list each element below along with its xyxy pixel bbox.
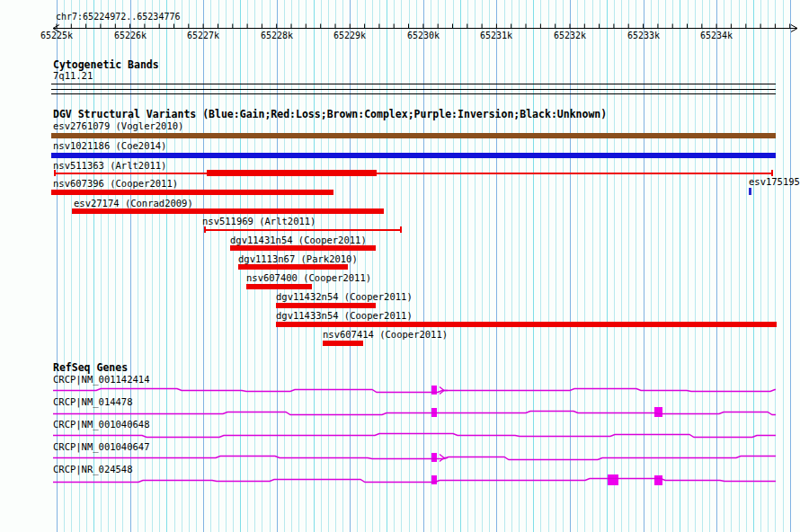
variant-label[interactable]: esv2761079 (Vogler2010) [53, 121, 183, 131]
exon-box[interactable] [431, 408, 437, 417]
dgv-variants-title: DGV Structural Variants (Blue:Gain;Red:L… [53, 109, 607, 120]
exon-box[interactable] [431, 475, 437, 484]
variant-label[interactable]: dgv11433n54 (Cooper2011) [276, 311, 413, 321]
variant-label[interactable]: dgv11432n54 (Cooper2011) [276, 292, 413, 302]
grid-line-minor [226, 0, 227, 532]
grid-line-minor [445, 0, 446, 532]
variant-tick[interactable] [749, 188, 751, 195]
grid-line-major [570, 0, 571, 532]
grid-line-minor [159, 0, 160, 532]
genome-browser-view: chr7:65224972..65234776 65225k65226k6522… [0, 0, 800, 532]
grid-line-minor [556, 0, 556, 532]
grid-line-minor [709, 0, 710, 532]
variant-bar[interactable] [72, 208, 384, 214]
grid-line-minor [600, 0, 600, 532]
grid-line-minor [233, 0, 234, 532]
variant-label[interactable]: nsv1021186 (Coe2014) [53, 141, 166, 151]
grid-line-minor [504, 0, 505, 532]
variant-label[interactable]: esv27174 (Conrad2009) [74, 199, 193, 208]
grid-line-mid [387, 0, 387, 532]
gene-label[interactable]: CRCP|NM_014478 [53, 397, 133, 407]
gene-label[interactable]: CRCP|NR_024548 [53, 465, 133, 474]
variant-label[interactable]: esv1751958 [749, 177, 800, 187]
grid-line-minor [548, 0, 549, 532]
variant-bar[interactable] [246, 284, 312, 289]
grid-line-mid [460, 0, 461, 532]
ruler-label: 65230k [407, 31, 440, 40]
grid-line-minor [357, 0, 358, 532]
variant-label[interactable]: nsv607414 (Cooper2011) [323, 330, 448, 340]
variant-bar[interactable] [238, 264, 348, 270]
variant-label[interactable]: dgv11431n54 (Cooper2011) [230, 235, 367, 245]
grid-line-minor [101, 0, 102, 532]
variant-label[interactable]: nsv511363 (Arlt2011) [53, 161, 166, 171]
grid-line-minor [365, 0, 366, 532]
exon-box[interactable] [431, 453, 437, 462]
grid-line-minor [695, 0, 696, 532]
variant-range-cap-left [54, 170, 56, 176]
cytoband-box-top[interactable] [51, 89, 776, 90]
grid-line-minor [688, 0, 689, 532]
ruler-label: 65229k [333, 31, 366, 40]
variant-bar[interactable] [51, 133, 776, 138]
grid-line-minor [783, 0, 784, 532]
cytoband-name[interactable]: 7q11.21 [53, 71, 93, 81]
grid-line-major [203, 0, 204, 532]
gene-label[interactable]: CRCP|NM_001040648 [53, 420, 149, 430]
variant-bar[interactable] [51, 153, 776, 158]
grid-line-minor [409, 0, 410, 532]
grid-line-minor [189, 0, 190, 532]
grid-line-minor [152, 0, 153, 532]
variant-range-line[interactable] [204, 229, 402, 231]
grid-line-major [350, 0, 351, 532]
gene-label[interactable]: CRCP|NM_001040647 [53, 442, 149, 452]
grid-line-minor [760, 0, 761, 532]
grid-line-minor [475, 0, 476, 532]
grid-line-minor [768, 0, 769, 532]
cytogenetic-bands-title: Cytogenetic Bands [53, 59, 159, 70]
variant-bar[interactable] [51, 190, 333, 195]
ruler-label: 65226k [114, 31, 147, 40]
grid-line-minor [438, 0, 439, 532]
grid-line-mid [533, 0, 534, 532]
variant-range-thick[interactable] [207, 170, 377, 176]
grid-line-minor [138, 0, 138, 532]
variant-label[interactable]: nsv607396 (Cooper2011) [53, 179, 178, 189]
variant-bar[interactable] [230, 245, 376, 251]
ruler-ticks [57, 24, 790, 29]
grid-line-minor [746, 0, 747, 532]
exon-box[interactable] [608, 474, 618, 485]
grid-line-mid [93, 0, 94, 532]
variant-bar[interactable] [276, 303, 376, 308]
grid-line-major [130, 0, 131, 532]
cytoband-box-bottom[interactable] [51, 93, 776, 94]
grid-line-minor [196, 0, 197, 532]
grid-line-minor [401, 0, 402, 532]
variant-bar[interactable] [276, 322, 777, 327]
exon-box[interactable] [654, 407, 662, 417]
cytoband-underline [51, 84, 776, 84]
exon-box[interactable] [654, 475, 662, 485]
grid-line-minor [636, 0, 636, 532]
variant-bar[interactable] [323, 341, 363, 346]
grid-line-minor [145, 0, 146, 532]
grid-line-major [496, 0, 497, 532]
variant-range-line[interactable] [54, 173, 773, 174]
grid-line-minor [416, 0, 417, 532]
background-grid [0, 0, 800, 532]
position-label: chr7:65224972..65234776 [56, 12, 180, 22]
variant-label[interactable]: nsv511969 (Arlt2011) [202, 217, 316, 226]
grid-line-minor [182, 0, 182, 532]
variant-label[interactable]: nsv607400 (Cooper2011) [246, 273, 371, 283]
ruler-label: 65227k [187, 31, 219, 40]
ruler-label: 65231k [480, 31, 512, 40]
grid-line-minor [526, 0, 527, 532]
exon-box[interactable] [431, 386, 437, 395]
variant-label[interactable]: dgv1113n67 (Park2010) [238, 254, 358, 264]
grid-line-major [790, 0, 791, 532]
gene-label[interactable]: CRCP|NM_001142414 [53, 375, 149, 385]
grid-line-minor [621, 0, 622, 532]
grid-line-mid [753, 0, 754, 532]
grid-line-mid [607, 0, 608, 532]
grid-line-minor [651, 0, 652, 532]
